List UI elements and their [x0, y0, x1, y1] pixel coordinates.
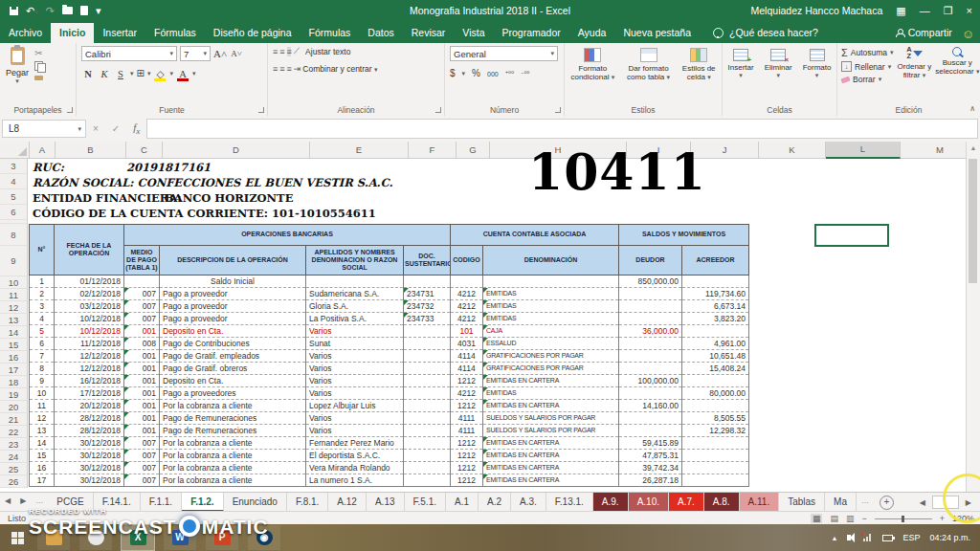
- sheet-nav-left-icon[interactable]: ◀: [0, 493, 15, 512]
- delete-cells-button[interactable]: × Eliminar▾: [765, 49, 792, 79]
- cell-n[interactable]: 6: [30, 338, 55, 350]
- cell-n[interactable]: 13: [30, 425, 55, 437]
- cell-medio[interactable]: 001: [124, 387, 160, 400]
- paste-button[interactable]: Pegar ▾: [0, 43, 34, 85]
- cell-nombre[interactable]: Lopez Albujar Luis: [306, 400, 404, 412]
- cell-medio[interactable]: 001: [124, 400, 160, 412]
- undo-icon[interactable]: ↶▾: [26, 6, 38, 16]
- cell-deudor[interactable]: [619, 350, 682, 363]
- cell-denominacion[interactable]: EMITIDAS: [483, 288, 619, 300]
- sheet-tab-A-7-[interactable]: A.7.: [669, 493, 704, 512]
- sheet-tab-F-1-1-[interactable]: F.1.1.: [141, 493, 182, 512]
- cell-denominacion[interactable]: GRATIFICACIONES POR PAGAR: [483, 350, 619, 363]
- language-indicator[interactable]: ESP: [902, 533, 920, 542]
- tell-me-search[interactable]: ¿Qué desea hacer?: [713, 27, 818, 43]
- restore-button[interactable]: ❐: [944, 5, 953, 17]
- sheet-tab-A-13[interactable]: A.13: [367, 493, 405, 512]
- format-painter-icon[interactable]: [34, 76, 43, 80]
- cell-descripcion[interactable]: Pago de Contribuciones: [160, 338, 306, 350]
- cell-codigo[interactable]: 4212: [451, 288, 483, 300]
- cell-deudor[interactable]: [619, 313, 682, 325]
- new-document-icon[interactable]: [80, 6, 88, 15]
- cell-nombre[interactable]: Varios: [306, 325, 404, 338]
- ribbon-tab-f-rmulas-3[interactable]: Fórmulas: [145, 23, 205, 43]
- row-header-10[interactable]: 10: [0, 276, 28, 289]
- sheet-tab-F-14-1-[interactable]: F.14.1.: [94, 493, 141, 512]
- cell-nombre[interactable]: Varios: [306, 375, 404, 387]
- zoom-slider[interactable]: [875, 518, 932, 519]
- cell-denominacion[interactable]: EMITIDAS EN CARTERA: [483, 450, 619, 462]
- cell-denominacion[interactable]: EMITIDAS: [483, 300, 619, 313]
- ribbon-tab-archivo-0[interactable]: Archivo: [0, 23, 51, 43]
- cell-medio[interactable]: [124, 276, 160, 288]
- merge-center-button[interactable]: Combinar y centrar ▾: [302, 64, 377, 74]
- cell-denominacion[interactable]: EMITIDAS: [483, 387, 619, 400]
- ribbon-tab-datos-6[interactable]: Datos: [359, 23, 402, 43]
- percent-style-icon[interactable]: %: [472, 69, 480, 78]
- cell-deudor[interactable]: [619, 387, 682, 400]
- column-header-C[interactable]: C: [126, 142, 163, 159]
- taskbar-app-word[interactable]: W: [164, 525, 196, 550]
- cell-n[interactable]: 2: [30, 288, 55, 300]
- cell-n[interactable]: 1: [30, 276, 55, 288]
- wrap-text-button[interactable]: Ajustar texto: [305, 47, 350, 56]
- formula-input[interactable]: [146, 119, 978, 139]
- clock[interactable]: 04:24 p.m.: [929, 533, 970, 542]
- cell-fecha[interactable]: 30/12/2018: [55, 462, 124, 474]
- row-header-20[interactable]: 20: [0, 401, 28, 413]
- row-header-16[interactable]: 16: [0, 351, 28, 364]
- align-left-icon[interactable]: ≡: [273, 64, 277, 74]
- increase-decimal-icon[interactable]: ⁺⁰⁰: [505, 71, 514, 77]
- cell-nombre[interactable]: [306, 276, 404, 288]
- cell-medio[interactable]: 008: [124, 338, 160, 350]
- cell-n[interactable]: 11: [30, 400, 55, 412]
- cell-doc[interactable]: [404, 387, 451, 400]
- ribbon-display-options-icon[interactable]: ▦: [896, 5, 905, 17]
- cell-fecha[interactable]: 01/12/2018: [55, 276, 124, 288]
- ribbon-tab-programador-9[interactable]: Programador: [494, 23, 569, 43]
- cell-doc[interactable]: [404, 400, 451, 412]
- add-sheet-button[interactable]: +: [880, 496, 894, 510]
- cell-descripcion[interactable]: Pago de Gratif. obreros: [160, 363, 306, 375]
- cell-deudor[interactable]: [619, 412, 682, 425]
- cell-nombre[interactable]: Gloria S.A.: [306, 300, 404, 313]
- taskbar-app-powerpoint[interactable]: P: [206, 525, 238, 550]
- save-icon[interactable]: [10, 7, 18, 15]
- hscroll-left-icon[interactable]: ◀: [915, 495, 930, 511]
- zoom-out-icon[interactable]: −: [861, 514, 866, 523]
- cancel-icon[interactable]: ×: [86, 123, 105, 134]
- cell-doc[interactable]: [404, 437, 451, 450]
- row-header-5[interactable]: 5: [0, 189, 28, 205]
- cell-doc[interactable]: [404, 350, 451, 363]
- increase-font-icon[interactable]: A˄: [213, 48, 227, 59]
- volume-icon[interactable]: [847, 535, 851, 540]
- fill-button[interactable]: ↓Rellenar▾: [841, 61, 894, 72]
- vertical-scrollbar[interactable]: ▲: [966, 142, 980, 492]
- row-header-22[interactable]: 22: [0, 426, 28, 438]
- cell-descripcion[interactable]: Pago de Remuneraciones: [160, 425, 306, 437]
- cell-n[interactable]: 8: [30, 363, 55, 375]
- align-bottom-icon[interactable]: ≡: [287, 47, 291, 56]
- cell-deudor[interactable]: [619, 300, 682, 313]
- font-name-combo[interactable]: Calibri▾: [81, 46, 177, 61]
- cell-descripcion[interactable]: Deposito en Cta.: [160, 375, 306, 387]
- sheet-tab-A-8-[interactable]: A.8.: [704, 493, 740, 512]
- cell-acreedor[interactable]: 8,505.55: [682, 412, 749, 425]
- autosum-button[interactable]: ΣAutosuma▾: [841, 47, 894, 58]
- selected-cell-L8[interactable]: [814, 224, 889, 247]
- cell-codigo[interactable]: 4114: [451, 363, 483, 375]
- normal-view-icon[interactable]: ▦: [811, 514, 823, 523]
- cell-codigo[interactable]: 4212: [451, 313, 483, 325]
- font-size-combo[interactable]: 7▾: [180, 46, 211, 61]
- entidad-value[interactable]: BANCO HORIZONTE: [165, 191, 293, 205]
- entidad-label[interactable]: ENTIDAD FINANCIERA:: [33, 191, 182, 205]
- cell-n[interactable]: 4: [30, 313, 55, 325]
- redo-icon[interactable]: ↷: [46, 6, 55, 16]
- cell-medio[interactable]: 007: [124, 462, 160, 474]
- sheet-tab-A-3-[interactable]: A.3.: [511, 493, 546, 512]
- row-header-4[interactable]: 4: [0, 174, 28, 189]
- cell-codigo[interactable]: 4031: [451, 338, 483, 350]
- cell-doc[interactable]: [404, 462, 451, 474]
- cell-descripcion[interactable]: Por la cobranza a cliente: [160, 462, 306, 474]
- format-as-table-button[interactable]: Dar formatocomo tabla ▾: [627, 48, 670, 81]
